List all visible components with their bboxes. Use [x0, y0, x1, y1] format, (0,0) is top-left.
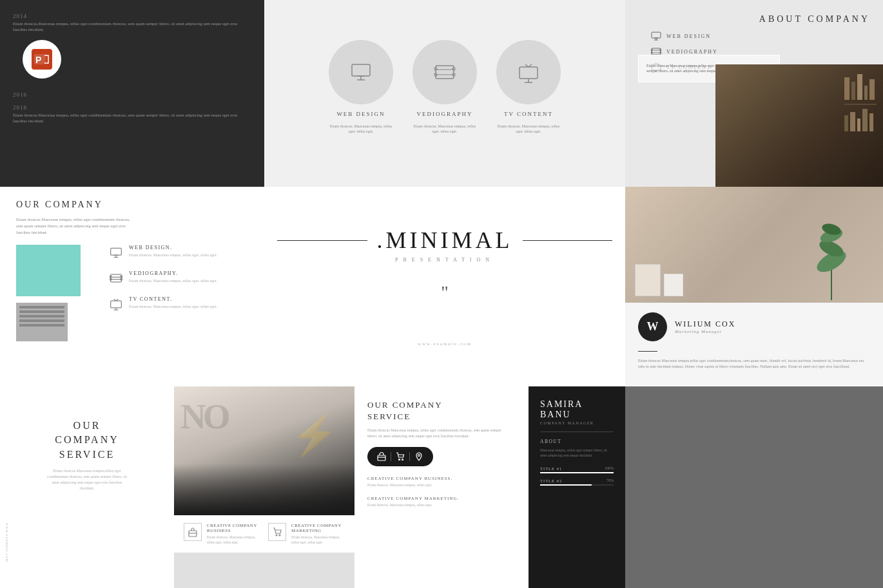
ocs-line3: SERVICE: [59, 449, 115, 460]
svg-rect-23: [652, 48, 661, 55]
svc-biz-title: CREATIVE COMPANY BUSINESS.: [367, 476, 516, 481]
profile-info: W WILIUM COX Marketing Manager Etiam rho…: [625, 303, 883, 379]
menu-web-design: WEB DESIGN: [666, 33, 711, 39]
slide-samira: SAMIRA BANU COMPANY MANAGER ABOUT Maecen…: [529, 386, 625, 588]
svc-tv-title: TV CONTENT.: [129, 296, 217, 302]
samira-role: COMPANY MANAGER: [540, 421, 614, 425]
menu-vediography: VEDIOGRAPHY: [666, 49, 718, 55]
minimal-title: .MINIMAL: [377, 227, 513, 254]
svg-point-64: [418, 455, 420, 457]
briefcase-icon: [188, 527, 198, 537]
our-company-title: OUR COMPANY: [16, 200, 248, 210]
our-company-bottom: WEB DESIGN. Etiam rhoncus. Maecenas temp…: [16, 245, 248, 341]
service-web-design: WEB DESIGN. Etiam rhoncus. Maecenas temp…: [110, 245, 217, 259]
svc-web-title: WEB DESIGN.: [129, 245, 217, 251]
profile-divider: [638, 351, 657, 352]
pill-briefcase-icon: [376, 451, 387, 462]
monitor-circle: [329, 40, 393, 104]
svc-film-icon: [110, 272, 122, 285]
svc-tv-desc: Etiam rhoncus. Maecenas tempus, tellus e…: [129, 304, 217, 309]
skill-1-bar-bg: [540, 472, 614, 473]
skills-section: TITLE #1 100% TITLE #2 70%: [540, 466, 614, 486]
business-title: CREATIVE COMPANY BUSINESS: [207, 523, 260, 533]
skill-1-bar: [540, 472, 614, 473]
tv-content-label: TV CONTENT: [504, 111, 553, 117]
circle-tv-content: TV CONTENT Etiam rhoncus. Maecenas tempu…: [496, 40, 561, 135]
quote-mark: ": [441, 282, 448, 303]
vediography-desc: Etiam rhoncus. Maecenas tempus, tellus e…: [412, 124, 477, 135]
marketing-title: CREATIVE COMPANY MARKETING: [291, 523, 345, 533]
lightning-text: ⚡: [290, 412, 338, 458]
slide-profile: W WILIUM COX Marketing Manager Etiam rho…: [625, 187, 883, 386]
tv-content-desc: Etiam rhoncus. Maecenas tempus, tellus e…: [496, 124, 561, 135]
about-label: ABOUT: [540, 439, 614, 444]
service-marketing: CREATIVE COMPANY MARKETING Etiam rhoncus…: [268, 523, 345, 545]
skill-1-pct: 100%: [605, 466, 614, 471]
www-label: www.example.com: [5, 523, 9, 562]
pill-divider-2: [409, 452, 410, 461]
web-design-label: WEB DESIGN: [336, 111, 385, 117]
powerpoint-icon: P: [32, 49, 52, 70]
slide-company-service: OUR COMPANYSERVICE Etiam rhoncus Maecena…: [354, 386, 529, 588]
service-tv-content: TV CONTENT. Etiam rhoncus. Maecenas temp…: [110, 296, 217, 310]
ocs-title-2: OUR COMPANYSERVICE: [367, 399, 516, 422]
slide-our-company: OUR COMPANY Etiam rhoncus Maecenas tempu…: [0, 187, 264, 386]
avatar: W: [638, 312, 667, 341]
pill-location-icon: [414, 451, 424, 462]
samira-divider: [540, 432, 614, 432]
svg-point-59: [279, 535, 280, 536]
svg-rect-19: [652, 32, 661, 38]
svg-rect-46: [111, 301, 122, 308]
svg-rect-7: [436, 66, 454, 79]
menu-monitor-icon: [651, 31, 661, 41]
svg-point-62: [399, 459, 400, 460]
skill-2-pct: 70%: [606, 479, 614, 483]
left-line: [277, 240, 367, 241]
samira-name: SAMIRA BANU: [540, 399, 614, 420]
site-url: www.example.com: [418, 341, 472, 346]
skill-2-bar-bg: [540, 484, 614, 486]
slide-timeline: 2014 Etiam rhoncus.Maecenas tempus, tell…: [0, 0, 264, 187]
pill-row: [367, 447, 516, 466]
svg-rect-3: [352, 64, 370, 76]
year-2016: 2016: [13, 91, 251, 98]
profile-photo-area: [625, 187, 883, 303]
ocs-line2: COMPANY: [55, 434, 119, 445]
service-pill: [367, 447, 433, 466]
svc-item-marketing: CREATIVE COMPANY MARKETING. Etiam rhoncu…: [367, 496, 516, 508]
svg-rect-14: [519, 67, 538, 79]
pill-divider-1: [391, 452, 391, 461]
slide-photo-service: NO ⚡: [174, 386, 354, 588]
row3: OUR COMPANY SERVICE Etiam rhoncus Maecen…: [0, 386, 883, 588]
minimal-brand: .MINIMAL PRESENTATION " www.example.com: [277, 227, 612, 346]
service-items-list: CREATIVE COMPANY BUSINESS. Etiam rhoncus…: [367, 476, 516, 507]
tv-circle: [496, 40, 561, 104]
gray-grid-box: [16, 303, 68, 341]
slide-minimal: .MINIMAL PRESENTATION " www.example.com: [264, 187, 625, 386]
svc-mkt-desc: Etiam rhoncus. Maecenas tempus, tellus e…: [367, 503, 516, 508]
ocs-desc: Etiam rhoncus Maecenas tempus,tellus ege…: [45, 468, 129, 491]
svg-text:P: P: [35, 55, 41, 65]
services-list: WEB DESIGN. Etiam rhoncus. Maecenas temp…: [110, 245, 217, 341]
svg-rect-35: [111, 249, 122, 256]
skill-1: TITLE #1 100%: [540, 466, 614, 473]
slide-ocs-portrait: OUR COMPANY SERVICE Etiam rhoncus Maecen…: [0, 386, 174, 588]
service-items-bottom: CREATIVE COMPANY BUSINESS Etiam rhoncus.…: [174, 515, 354, 553]
service-vediography: VEDIOGRAPHY. Etiam rhoncus. Maecenas tem…: [110, 270, 217, 285]
svc-biz-desc: Etiam rhoncus. Maecenas tempus, tellus e…: [367, 483, 516, 488]
vediography-label: VEDIOGRAPHY: [417, 111, 473, 117]
cart-icon: [272, 527, 282, 537]
svc-mkt-title: CREATIVE COMPANY MARKETING.: [367, 496, 516, 501]
profile-name: WILIUM COX: [675, 319, 735, 329]
year-2014: 2014: [13, 13, 251, 19]
svc-vedio-title: VEDIOGRAPHY.: [129, 270, 217, 276]
ocs-line1: OUR: [73, 420, 101, 431]
marketing-icon-box: [268, 523, 286, 541]
plant-svg: [806, 197, 857, 300]
no-text: NO: [180, 396, 228, 437]
skill-1-title: TITLE #1: [540, 466, 562, 471]
profile-bio: Etiam rhoncus Maecenas tempus,tellus ege…: [638, 358, 870, 370]
business-desc: Etiam rhoncus. Maecenas tempus, tellus e…: [207, 535, 260, 545]
service-business: CREATIVE COMPANY BUSINESS Etiam rhoncus.…: [184, 523, 260, 545]
circle-web-design: WEB DESIGN Etiam rhoncus. Maecenas tempu…: [329, 40, 393, 135]
